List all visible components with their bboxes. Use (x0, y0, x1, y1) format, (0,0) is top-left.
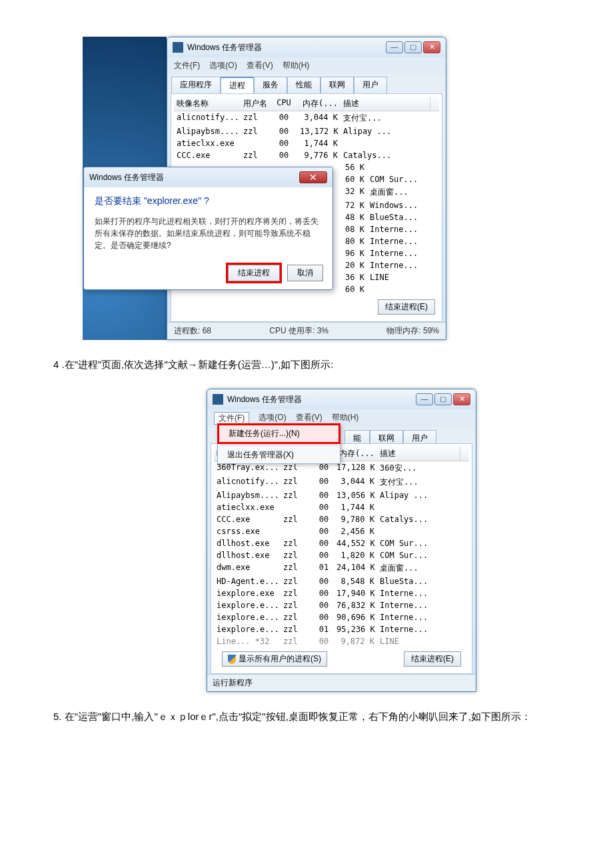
table-row-partial[interactable]: 60 KCOM Sur... (340, 173, 439, 185)
table-row[interactable]: atieclxx.exe001,744 K (174, 137, 439, 149)
table-row[interactable]: dllhost.exezzl0044,552 KCOM Sur... (214, 537, 469, 549)
process-rows: alicnotify...zzl003,044 K支付宝...Alipaybsm… (174, 111, 439, 161)
end-process-button[interactable]: 结束进程(E) (378, 299, 435, 315)
status-cpu: CPU 使用率: 3% (269, 325, 328, 337)
confirm-close-button[interactable]: ✕ (299, 171, 327, 183)
process-rows: 360Tray.ex...zzl0017,128 K360安...alicnot… (214, 461, 469, 647)
table-row-partial[interactable]: 80 KInterne... (340, 235, 439, 247)
titlebar[interactable]: Windows 任务管理器 — ▢ ✕ (167, 37, 446, 57)
table-row[interactable]: dllhost.exezzl001,820 KCOM Sur... (214, 549, 469, 561)
tab-apps[interactable]: 应用程序 (171, 77, 221, 93)
table-row-partial[interactable]: 32 K桌面窗... (340, 185, 439, 199)
col-desc[interactable]: 描述 (340, 97, 430, 111)
table-row[interactable]: CCC.exezzl009,776 KCatalys... (174, 149, 439, 161)
col-cpu[interactable]: CPU (271, 97, 297, 111)
table-row-partial[interactable]: 36 KLINE (340, 271, 439, 283)
scroll-header-gap (430, 97, 439, 111)
menu-separator (221, 445, 337, 445)
table-row[interactable]: iexplore.exezzl0017,940 KInterne... (214, 587, 469, 599)
tab-network[interactable]: 联网 (320, 77, 354, 93)
tab-performance-partial[interactable]: 能 (344, 430, 370, 443)
table-row-partial[interactable]: 20 KInterne... (340, 259, 439, 271)
close-button[interactable]: ✕ (423, 41, 440, 53)
shield-icon (228, 655, 236, 664)
table-row-partial[interactable]: 56 K (340, 161, 439, 173)
tab-row: 应用程序 进程 服务 性能 联网 用户 (167, 74, 446, 93)
table-row[interactable]: iexplore.e...zzl0076,832 KInterne... (214, 599, 469, 611)
figure-2: Windows 任务管理器 — ▢ ✕ 文件(F) 选项(O) 查看(V) 帮助… (207, 389, 476, 692)
column-headers: 映像名称 用户名 CPU 内存(... 描述 (174, 97, 439, 111)
table-row[interactable]: Alipaybsm....zzl0013,172 KAlipay ... (174, 125, 439, 137)
menu-new-task[interactable]: 新建任务(运行...)(N) (217, 423, 340, 444)
table-row-partial[interactable]: 48 KBlueSta... (340, 211, 439, 223)
table-row-partial[interactable]: 72 KWindows... (340, 199, 439, 211)
table-row[interactable]: alicnotify...zzl003,044 K支付宝... (174, 111, 439, 125)
tab-processes[interactable]: 进程 (221, 77, 254, 93)
titlebar[interactable]: Windows 任务管理器 — ▢ ✕ (207, 389, 476, 409)
menu-view[interactable]: 查看(V) (247, 60, 273, 71)
maximize-button[interactable]: ▢ (404, 41, 422, 53)
confirm-question: 是否要结束 "explorer.exe" ? (95, 195, 322, 207)
col-name[interactable]: 映像名称 (174, 97, 241, 111)
statusbar-bottom: 运行新程序 (207, 674, 476, 691)
col-mem[interactable]: 内存(... (297, 97, 340, 111)
table-row-partial[interactable]: 08 KInterne... (340, 223, 439, 235)
app-icon (173, 42, 183, 53)
maximize-button[interactable]: ▢ (434, 393, 452, 405)
end-process-button[interactable]: 结束进程(E) (404, 651, 461, 667)
table-row-partial[interactable]: 60 K (340, 283, 439, 295)
table-row[interactable]: alicnotify...zzl003,044 K支付宝... (214, 475, 469, 489)
app-icon (213, 394, 223, 405)
confirm-end-button[interactable]: 结束进程 (228, 265, 280, 281)
menu-file[interactable]: 文件(F) (174, 60, 200, 71)
window-title: Windows 任务管理器 (227, 394, 416, 405)
tab-users[interactable]: 用户 (403, 430, 436, 443)
confirm-title: Windows 任务管理器 (89, 172, 164, 183)
tab-services[interactable]: 服务 (254, 77, 287, 93)
menu-help[interactable]: 帮助(H) (283, 60, 310, 71)
table-row[interactable]: dwm.exezzl0124,104 K桌面窗... (214, 561, 469, 575)
file-menu-dropdown: 新建任务(运行...)(N) 退出任务管理器(X) (217, 423, 340, 464)
confirm-dialog: Windows 任务管理器 ✕ 是否要结束 "explorer.exe" ? 如… (83, 167, 333, 290)
tab-users[interactable]: 用户 (354, 77, 387, 93)
statusbar: 进程数: 68 CPU 使用率: 3% 物理内存: 59% (167, 322, 446, 339)
show-all-users-button[interactable]: 显示所有用户的进程(S) (222, 651, 327, 667)
col-user[interactable]: 用户名 (241, 97, 271, 111)
minimize-button[interactable]: — (416, 393, 433, 405)
show-all-label: 显示所有用户的进程(S) (239, 653, 321, 665)
process-list-panel: 映像名称 用户名 U 内存(... 描述 360Tray.ex...zzl001… (211, 443, 472, 674)
window-title: Windows 任务管理器 (187, 42, 386, 53)
table-row[interactable]: iexplore.e...zzl0195,236 KInterne... (214, 623, 469, 635)
table-row-partial[interactable]: 96 KInterne... (340, 247, 439, 259)
scroll-header-gap (460, 447, 469, 461)
col-desc[interactable]: 描述 (377, 447, 460, 461)
step-4-text: 4 .在"进程"页面,依次选择"文献→新建任务(运营…)",如下图所示: (53, 353, 560, 375)
table-row[interactable]: CCC.exezzl009,780 KCatalys... (214, 513, 469, 525)
table-row[interactable]: Line... *32zzl009,872 KLINE (214, 635, 469, 647)
table-row[interactable]: atieclxx.exe001,744 K (214, 501, 469, 513)
table-row[interactable]: iexplore.e...zzl0090,696 KInterne... (214, 611, 469, 623)
minimize-button[interactable]: — (386, 41, 403, 53)
status-mem: 物理内存: 59% (386, 325, 439, 337)
confirm-body-text: 如果打开的程序与此进程相关联，则打开的程序将关闭，将丢失所有未保存的数据。如果结… (95, 215, 322, 251)
menu-exit[interactable]: 退出任务管理器(X) (218, 447, 340, 463)
menubar: 文件(F) 选项(O) 查看(V) 帮助(H) (167, 57, 446, 74)
close-button[interactable]: ✕ (453, 393, 470, 405)
figure-1: Windows 任务管理器 — ▢ ✕ 文件(F) 选项(O) 查看(V) 帮助… (167, 37, 540, 340)
status-process-count: 进程数: 68 (174, 325, 211, 337)
tab-network[interactable]: 联网 (370, 430, 403, 443)
table-row[interactable]: HD-Agent.e...zzl008,548 KBlueSta... (214, 575, 469, 587)
tab-performance[interactable]: 性能 (287, 77, 320, 93)
step-5-text: 5. 在"运营"窗口中,输入"ｅｘｐlorｅr",点击"拟定"按钮,桌面即恢复正… (53, 705, 560, 727)
task-manager-window-2: Windows 任务管理器 — ▢ ✕ 文件(F) 选项(O) 查看(V) 帮助… (207, 389, 476, 692)
confirm-cancel-button[interactable]: 取消 (287, 265, 323, 281)
table-row[interactable]: Alipaybsm....zzl0013,056 KAlipay ... (214, 489, 469, 501)
confirm-titlebar[interactable]: Windows 任务管理器 ✕ (84, 167, 332, 187)
table-row[interactable]: csrss.exe002,456 K (214, 525, 469, 537)
menu-options[interactable]: 选项(O) (209, 60, 237, 71)
